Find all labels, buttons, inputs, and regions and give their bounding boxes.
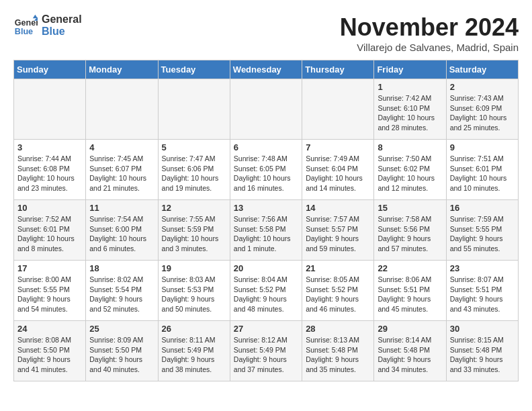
day-info: Sunrise: 8:11 AMSunset: 5:49 PMDaylight:…	[162, 335, 226, 375]
day-info: Sunrise: 8:04 AMSunset: 5:52 PMDaylight:…	[234, 275, 298, 314]
day-number: 15	[378, 203, 442, 213]
day-info: Sunrise: 7:44 AMSunset: 6:08 PMDaylight:…	[17, 154, 82, 193]
calendar-week-row: 24Sunrise: 8:08 AMSunset: 5:50 PMDayligh…	[14, 321, 519, 381]
calendar-day-cell	[86, 79, 158, 140]
calendar-day-cell: 26Sunrise: 8:11 AMSunset: 5:49 PMDayligh…	[158, 321, 230, 381]
calendar-day-cell: 17Sunrise: 8:00 AMSunset: 5:55 PMDayligh…	[14, 261, 86, 321]
calendar-day-cell	[230, 79, 302, 140]
day-info: Sunrise: 7:52 AMSunset: 6:01 PMDaylight:…	[17, 214, 82, 254]
day-number: 30	[450, 324, 515, 334]
day-info: Sunrise: 7:42 AMSunset: 6:10 PMDaylight:…	[378, 93, 442, 133]
calendar-day-cell: 2Sunrise: 7:43 AMSunset: 6:09 PMDaylight…	[446, 79, 518, 140]
day-number: 28	[306, 324, 370, 334]
day-number: 9	[450, 142, 515, 152]
day-number: 14	[306, 203, 370, 213]
calendar-day-cell	[14, 79, 86, 140]
day-info: Sunrise: 7:49 AMSunset: 6:04 PMDaylight:…	[306, 154, 370, 193]
calendar-day-cell: 23Sunrise: 8:07 AMSunset: 5:51 PMDayligh…	[446, 261, 518, 321]
day-number: 26	[162, 324, 226, 334]
day-number: 16	[450, 203, 515, 213]
day-info: Sunrise: 8:02 AMSunset: 5:54 PMDaylight:…	[89, 275, 154, 314]
day-number: 22	[378, 263, 442, 273]
calendar-week-row: 1Sunrise: 7:42 AMSunset: 6:10 PMDaylight…	[14, 79, 519, 140]
calendar-day-cell	[302, 79, 374, 140]
day-number: 2	[450, 82, 515, 92]
calendar-day-cell: 10Sunrise: 7:52 AMSunset: 6:01 PMDayligh…	[14, 200, 86, 261]
calendar-day-cell: 22Sunrise: 8:06 AMSunset: 5:51 PMDayligh…	[374, 261, 446, 321]
day-number: 25	[89, 324, 154, 334]
svg-text:Blue: Blue	[15, 27, 33, 36]
calendar-day-cell: 24Sunrise: 8:08 AMSunset: 5:50 PMDayligh…	[14, 321, 86, 381]
calendar-day-cell: 1Sunrise: 7:42 AMSunset: 6:10 PMDaylight…	[374, 79, 446, 140]
calendar-day-cell: 14Sunrise: 7:57 AMSunset: 5:57 PMDayligh…	[302, 200, 374, 261]
day-info: Sunrise: 8:07 AMSunset: 5:51 PMDaylight:…	[450, 275, 515, 314]
calendar-header: SundayMondayTuesdayWednesdayThursdayFrid…	[14, 60, 519, 79]
day-info: Sunrise: 7:59 AMSunset: 5:55 PMDaylight:…	[450, 214, 515, 254]
calendar-day-cell: 4Sunrise: 7:45 AMSunset: 6:07 PMDaylight…	[86, 140, 158, 200]
logo-line1: General	[42, 13, 82, 26]
calendar-week-row: 3Sunrise: 7:44 AMSunset: 6:08 PMDaylight…	[14, 140, 519, 200]
month-title: November 2024	[340, 13, 519, 42]
day-number: 11	[89, 203, 154, 213]
day-info: Sunrise: 7:48 AMSunset: 6:05 PMDaylight:…	[234, 154, 298, 193]
day-info: Sunrise: 8:12 AMSunset: 5:49 PMDaylight:…	[234, 335, 298, 375]
day-info: Sunrise: 8:00 AMSunset: 5:55 PMDaylight:…	[17, 275, 82, 314]
calendar-body: 1Sunrise: 7:42 AMSunset: 6:10 PMDaylight…	[14, 79, 519, 381]
day-info: Sunrise: 7:57 AMSunset: 5:57 PMDaylight:…	[306, 214, 370, 254]
day-info: Sunrise: 7:43 AMSunset: 6:09 PMDaylight:…	[450, 93, 515, 133]
logo-line2: Blue	[42, 26, 82, 38]
location: Villarejo de Salvanes, Madrid, Spain	[340, 42, 519, 53]
day-number: 7	[306, 142, 370, 152]
header-row: SundayMondayTuesdayWednesdayThursdayFrid…	[14, 60, 519, 79]
weekday-header: Friday	[374, 60, 446, 79]
day-number: 3	[17, 142, 82, 152]
day-info: Sunrise: 7:55 AMSunset: 5:59 PMDaylight:…	[162, 214, 226, 254]
calendar-week-row: 10Sunrise: 7:52 AMSunset: 6:01 PMDayligh…	[14, 200, 519, 261]
day-info: Sunrise: 7:50 AMSunset: 6:02 PMDaylight:…	[378, 154, 442, 193]
day-number: 6	[234, 142, 298, 152]
calendar-day-cell: 8Sunrise: 7:50 AMSunset: 6:02 PMDaylight…	[374, 140, 446, 200]
weekday-header: Tuesday	[158, 60, 230, 79]
day-info: Sunrise: 7:45 AMSunset: 6:07 PMDaylight:…	[89, 154, 154, 193]
calendar-day-cell: 5Sunrise: 7:47 AMSunset: 6:06 PMDaylight…	[158, 140, 230, 200]
calendar-day-cell: 16Sunrise: 7:59 AMSunset: 5:55 PMDayligh…	[446, 200, 518, 261]
weekday-header: Monday	[86, 60, 158, 79]
day-number: 8	[378, 142, 442, 152]
day-info: Sunrise: 7:54 AMSunset: 6:00 PMDaylight:…	[89, 214, 154, 254]
title-block: November 2024 Villarejo de Salvanes, Mad…	[340, 13, 519, 53]
calendar-day-cell: 30Sunrise: 8:15 AMSunset: 5:48 PMDayligh…	[446, 321, 518, 381]
day-info: Sunrise: 7:58 AMSunset: 5:56 PMDaylight:…	[378, 214, 442, 254]
day-number: 17	[17, 263, 82, 273]
day-number: 5	[162, 142, 226, 152]
day-number: 18	[89, 263, 154, 273]
weekday-header: Sunday	[14, 60, 86, 79]
calendar-day-cell: 21Sunrise: 8:05 AMSunset: 5:52 PMDayligh…	[302, 261, 374, 321]
day-number: 23	[450, 263, 515, 273]
logo-icon: General Blue	[13, 13, 38, 38]
day-info: Sunrise: 8:03 AMSunset: 5:53 PMDaylight:…	[162, 275, 226, 314]
day-number: 1	[378, 82, 442, 92]
day-number: 4	[89, 142, 154, 152]
calendar-day-cell: 19Sunrise: 8:03 AMSunset: 5:53 PMDayligh…	[158, 261, 230, 321]
day-number: 19	[162, 263, 226, 273]
calendar-table: SundayMondayTuesdayWednesdayThursdayFrid…	[13, 60, 519, 381]
day-info: Sunrise: 7:51 AMSunset: 6:01 PMDaylight:…	[450, 154, 515, 193]
calendar-day-cell: 18Sunrise: 8:02 AMSunset: 5:54 PMDayligh…	[86, 261, 158, 321]
calendar-day-cell: 20Sunrise: 8:04 AMSunset: 5:52 PMDayligh…	[230, 261, 302, 321]
calendar-day-cell: 11Sunrise: 7:54 AMSunset: 6:00 PMDayligh…	[86, 200, 158, 261]
calendar-day-cell: 9Sunrise: 7:51 AMSunset: 6:01 PMDaylight…	[446, 140, 518, 200]
day-number: 13	[234, 203, 298, 213]
day-info: Sunrise: 8:06 AMSunset: 5:51 PMDaylight:…	[378, 275, 442, 314]
calendar-day-cell: 3Sunrise: 7:44 AMSunset: 6:08 PMDaylight…	[14, 140, 86, 200]
day-number: 21	[306, 263, 370, 273]
day-number: 27	[234, 324, 298, 334]
svg-marker-2	[33, 15, 38, 18]
calendar-day-cell: 25Sunrise: 8:09 AMSunset: 5:50 PMDayligh…	[86, 321, 158, 381]
day-info: Sunrise: 8:13 AMSunset: 5:48 PMDaylight:…	[306, 335, 370, 375]
page-header: General Blue General Blue November 2024 …	[13, 13, 519, 53]
day-info: Sunrise: 8:05 AMSunset: 5:52 PMDaylight:…	[306, 275, 370, 314]
calendar-day-cell: 29Sunrise: 8:14 AMSunset: 5:48 PMDayligh…	[374, 321, 446, 381]
calendar-day-cell: 28Sunrise: 8:13 AMSunset: 5:48 PMDayligh…	[302, 321, 374, 381]
day-info: Sunrise: 8:15 AMSunset: 5:48 PMDaylight:…	[450, 335, 515, 375]
calendar-day-cell: 13Sunrise: 7:56 AMSunset: 5:58 PMDayligh…	[230, 200, 302, 261]
